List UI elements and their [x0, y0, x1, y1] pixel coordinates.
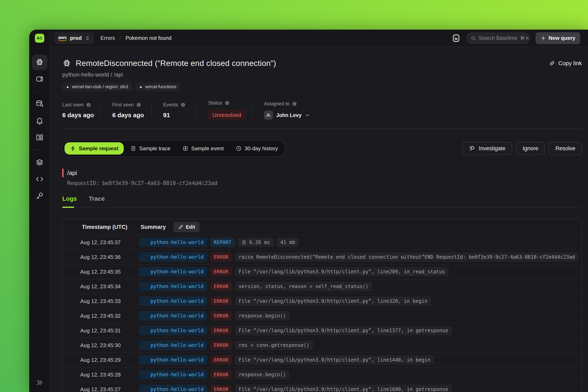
chevron-right-icon[interactable]	[70, 342, 75, 348]
log-message: File “/var/lang/lib/python3.9/http/clien…	[235, 355, 434, 365]
bell-icon	[35, 116, 44, 125]
vercel-triangle-icon: ▲	[66, 85, 70, 89]
database-search-icon	[35, 100, 44, 108]
tab-30-day-history[interactable]: 30-day history	[230, 142, 283, 154]
table-row[interactable]: Aug 12, 23:45:35 python-hello-world ERRO…	[63, 264, 582, 279]
sample-toolbar: Sample requestSample traceSample event30…	[62, 140, 582, 157]
log-message: version, status, reason = self_read_stat…	[235, 282, 372, 291]
chevron-right-icon[interactable]	[70, 254, 75, 260]
table-row[interactable]: Aug 12, 23:45:28 python-hello-world ERRO…	[63, 367, 582, 382]
chevron-right-icon[interactable]	[70, 387, 75, 392]
chevron-right-icon[interactable]	[70, 298, 75, 304]
log-message: response.begin()	[235, 311, 290, 320]
level-badge: ERROR	[210, 326, 232, 335]
metric-chip: 6.26 ms	[238, 238, 274, 247]
table-row[interactable]: Aug 12, 23:45:29 python-hello-world ERRO…	[63, 352, 582, 367]
changelog-icon[interactable]	[452, 34, 461, 43]
service-chip[interactable]: python-hello-world	[139, 282, 207, 291]
log-trace-tabs: LogsTrace	[62, 195, 582, 208]
new-query-button[interactable]: New query	[536, 32, 580, 44]
edit-columns-button[interactable]: Edit	[174, 222, 200, 232]
stat-divider	[196, 104, 196, 117]
service-chip[interactable]: python-hello-world	[139, 296, 207, 306]
service-chip[interactable]: python-hello-world	[139, 238, 207, 247]
chevron-right-icon[interactable]	[70, 269, 75, 274]
table-row[interactable]: Aug 12, 23:45:37 python-hello-world REPO…	[63, 235, 582, 250]
info-icon	[224, 100, 230, 106]
sidebar-item-code[interactable]	[32, 171, 47, 187]
chevron-right-icon[interactable]	[70, 284, 75, 289]
assignee-selector[interactable]: JLJohn Levy	[264, 111, 310, 120]
package-icon	[143, 254, 148, 260]
package-icon	[143, 358, 148, 362]
log-message: File “/var/lang/lib/python3.9/http/clien…	[235, 267, 449, 276]
trace-icon	[130, 145, 136, 152]
service-chip[interactable]: python-hello-world	[139, 311, 207, 320]
chevron-right-icon[interactable]	[70, 240, 75, 245]
chevron-right-icon[interactable]	[70, 357, 75, 362]
search-shortcut: ⌘ K	[520, 36, 529, 41]
tab-logs[interactable]: Logs	[62, 195, 77, 208]
stat-divider	[252, 104, 252, 117]
chevron-down-icon	[305, 112, 310, 118]
assignee-name: John Levy	[276, 112, 302, 118]
chevron-right-icon[interactable]	[70, 372, 75, 377]
breadcrumb-section[interactable]: Errors	[100, 35, 115, 41]
info-icon	[292, 101, 297, 106]
bug-icon	[35, 58, 44, 66]
bug-icon	[62, 59, 71, 68]
chevron-right-icon[interactable]	[70, 313, 75, 318]
service-chip[interactable]: python-hello-world	[139, 340, 207, 350]
service-chip[interactable]: python-hello-world	[139, 267, 207, 276]
sidebar-item-database-search[interactable]	[32, 96, 47, 112]
log-message: raise RemoteDisconnected(“Remote end clo…	[235, 252, 578, 262]
new-query-label: New query	[548, 35, 576, 41]
service-chip[interactable]: python-hello-world	[139, 252, 207, 262]
resolve-button[interactable]: Resolve	[549, 142, 582, 155]
level-badge: ERROR	[210, 340, 232, 350]
tab-sample-trace[interactable]: Sample trace	[125, 142, 176, 154]
table-row[interactable]: Aug 12, 23:45:34 python-hello-world ERRO…	[63, 279, 582, 294]
table-row[interactable]: Aug 12, 23:45:30 python-hello-world ERRO…	[63, 338, 582, 352]
service-chip[interactable]: python-hello-world	[139, 385, 207, 392]
sidebar-item-dashboard[interactable]	[32, 130, 47, 145]
table-row[interactable]: Aug 12, 23:45:32 python-hello-world ERRO…	[63, 308, 582, 323]
code-icon	[35, 175, 44, 183]
row-timestamp: Aug 12, 23:45:32	[80, 313, 139, 319]
table-row[interactable]: Aug 12, 23:45:31 python-hello-world ERRO…	[63, 323, 582, 338]
main-content: RemoteDisconnected (“Remote end closed c…	[50, 47, 588, 392]
search-input[interactable]: Search Baselime ⌘ K	[466, 32, 530, 44]
sidebar-item-key[interactable]	[32, 188, 47, 204]
route-name: /api	[67, 170, 77, 176]
log-message: File “/var/lang/lib/python3.9/http/clien…	[235, 385, 452, 392]
table-row[interactable]: Aug 12, 23:45:33 python-hello-world ERRO…	[63, 294, 582, 308]
copy-link-button[interactable]: Copy link	[549, 60, 582, 66]
sidebar-item-layers[interactable]	[32, 154, 47, 170]
tab-trace[interactable]: Trace	[89, 195, 105, 208]
table-header: Timestamp (UTC) Summary Edit	[63, 219, 582, 235]
issue-actions: InvestigateIgnoreResolve	[462, 142, 582, 155]
ignore-button[interactable]: Ignore	[516, 142, 545, 155]
tab-sample-request[interactable]: Sample request	[64, 142, 124, 154]
tag-chip[interactable]: ▲vercel-functions	[135, 82, 180, 91]
avatar[interactable]: AC	[35, 34, 44, 43]
service-chip[interactable]: python-hello-world	[139, 326, 207, 335]
chevron-right-icon[interactable]	[70, 328, 75, 333]
table-row[interactable]: Aug 12, 23:45:27 python-hello-world ERRO…	[63, 382, 582, 392]
expand-sidebar-icon[interactable]	[36, 378, 44, 387]
environment-selector[interactable]: aws prod	[54, 32, 94, 44]
investigate-button[interactable]: Investigate	[462, 142, 512, 155]
sidebar-item-bug[interactable]	[32, 54, 47, 70]
row-timestamp: Aug 12, 23:45:29	[80, 357, 139, 363]
tag-chip[interactable]: ▲vercel-fan-club / region: sfo1	[62, 82, 132, 91]
issue-subtitle: python-hello-world / /api	[62, 72, 582, 78]
row-timestamp: Aug 12, 23:45:28	[80, 372, 139, 378]
tab-sample-event[interactable]: Sample event	[177, 142, 229, 154]
table-row[interactable]: Aug 12, 23:45:36 python-hello-world ERRO…	[63, 250, 582, 264]
sidebar-item-package[interactable]	[32, 71, 47, 87]
sidebar-item-bell[interactable]	[32, 113, 47, 128]
service-chip[interactable]: python-hello-world	[139, 355, 207, 365]
service-chip[interactable]: python-hello-world	[139, 370, 207, 379]
package-icon	[143, 328, 148, 333]
summary-column-header: Summary	[141, 224, 166, 230]
